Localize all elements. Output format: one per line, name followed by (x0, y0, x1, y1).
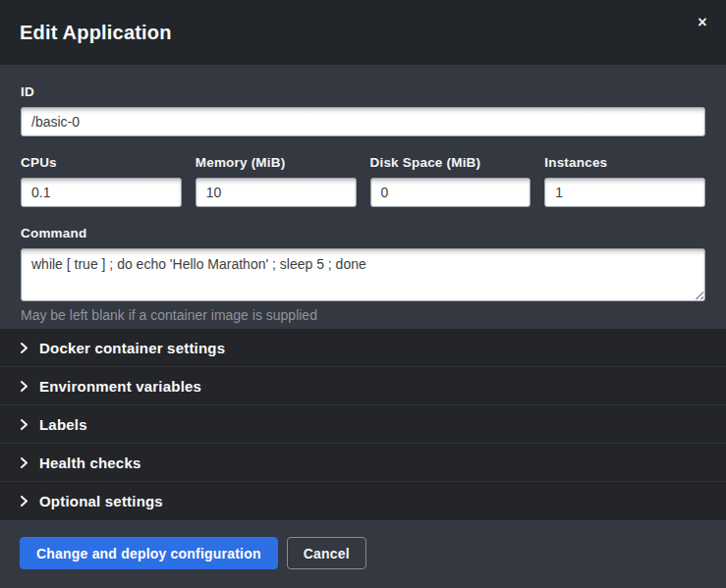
disk-space-field-group: Disk Space (MiB) (370, 155, 531, 207)
cancel-button[interactable]: Cancel (287, 537, 366, 569)
memory-field-group: Memory (MiB) (195, 155, 357, 207)
id-input[interactable] (21, 107, 705, 136)
disk-space-input[interactable] (370, 178, 531, 207)
command-field-label: Command (21, 226, 705, 241)
chevron-right-icon (20, 380, 28, 393)
section-health-checks[interactable]: Health checks (0, 444, 726, 482)
command-textarea[interactable]: while [ true ] ; do echo 'Hello Marathon… (21, 248, 705, 301)
section-environment-variables[interactable]: Environment variables (0, 367, 726, 405)
cpus-field-group: CPUs (21, 155, 182, 207)
section-label: Health checks (39, 454, 140, 471)
id-field-group: ID (21, 84, 705, 136)
modal-body: ID CPUs Memory (MiB) Disk Space (MiB) In… (0, 65, 726, 329)
modal-footer: Change and deploy configuration Cancel (0, 520, 726, 588)
command-help-text: May be left blank if a container image i… (21, 307, 705, 323)
resource-fields-row: CPUs Memory (MiB) Disk Space (MiB) Insta… (21, 155, 705, 207)
change-and-deploy-button[interactable]: Change and deploy configuration (20, 537, 278, 569)
section-label: Labels (39, 416, 87, 433)
command-textarea-wrap: while [ true ] ; do echo 'Hello Marathon… (21, 248, 705, 301)
instances-field-label: Instances (544, 155, 705, 170)
memory-input[interactable] (195, 178, 357, 207)
instances-input[interactable] (544, 178, 705, 207)
instances-field-group: Instances (544, 155, 705, 207)
chevron-right-icon (20, 495, 28, 508)
chevron-right-icon (20, 456, 28, 469)
cpus-input[interactable] (21, 178, 182, 207)
cpus-field-label: CPUs (21, 155, 182, 170)
accordion-sections: Docker container settings Environment va… (0, 329, 726, 520)
section-label: Environment variables (39, 378, 201, 395)
section-labels[interactable]: Labels (0, 405, 726, 444)
chevron-right-icon (20, 418, 28, 431)
chevron-right-icon (20, 342, 28, 354)
disk-space-field-label: Disk Space (MiB) (370, 155, 531, 170)
section-label: Docker container settings (39, 340, 225, 356)
modal-header: Edit Application × (0, 0, 726, 65)
close-icon[interactable]: × (694, 14, 711, 31)
section-optional-settings[interactable]: Optional settings (0, 482, 726, 520)
section-label: Optional settings (39, 493, 163, 509)
section-docker-container-settings[interactable]: Docker container settings (0, 329, 726, 367)
memory-field-label: Memory (MiB) (195, 155, 357, 170)
id-field-label: ID (21, 84, 705, 99)
modal-title: Edit Application (20, 22, 172, 44)
edit-application-modal: Edit Application × ID CPUs Memory (MiB) … (0, 0, 726, 588)
command-field-group: Command while [ true ] ; do echo 'Hello … (21, 226, 705, 323)
